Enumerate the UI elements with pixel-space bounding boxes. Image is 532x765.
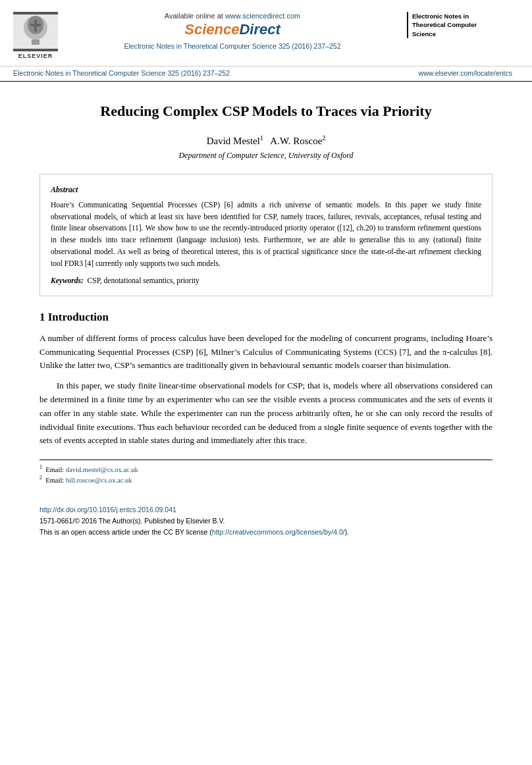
footnotes: 1 Email: david.mestel@cs.ox.ac.uk 2 Emai…	[40, 460, 492, 483]
keywords-row: Keywords: CSP, denotational semantics, p…	[51, 275, 481, 286]
footnote1-number: 1	[40, 464, 42, 470]
sciencedirect-url[interactable]: www.sciencedirect.com	[225, 12, 300, 20]
svg-rect-1	[32, 40, 40, 45]
abstract-box: Abstract Hoare’s Communicating Sequentia…	[40, 174, 492, 296]
footer-doi: http://dx.doi.org/10.1016/j.entcs.2016.0…	[40, 504, 492, 515]
footnote2-number: 2	[40, 475, 42, 481]
section1-heading: 1 Introduction	[40, 311, 492, 324]
header-right: Electronic Notes in Theoretical Computer…	[407, 12, 512, 38]
journal-issue-reference[interactable]: Electronic Notes in Theoretical Computer…	[13, 69, 230, 77]
main-content: Reducing Complex CSP Models to Traces vi…	[0, 82, 532, 498]
footer-copyright: 1571-0661/© 2016 The Author(s). Publishe…	[40, 515, 492, 527]
svg-rect-5	[30, 24, 41, 26]
journal-issue-link: Electronic Notes in Theoretical Computer…	[65, 41, 400, 51]
keywords-label: Keywords:	[51, 277, 84, 284]
paragraph1: A number of different forms of process c…	[40, 332, 492, 373]
elsevier-tree-icon	[13, 14, 58, 49]
license-url-link[interactable]: http://creativecommons.org/licenses/by/4…	[212, 528, 345, 536]
header-bottom-row: Electronic Notes in Theoretical Computer…	[0, 66, 532, 82]
keywords-values: CSP, denotational semantics, priority	[88, 277, 200, 284]
footer-license: This is an open access article under the…	[40, 527, 492, 538]
journal-homepage-url[interactable]: www.elsevier.com/locate/entcs	[419, 69, 512, 77]
available-online-text: Available online at www.sciencedirect.co…	[65, 12, 400, 20]
header: ELSEVIER Available online at www.science…	[0, 0, 532, 66]
elsevier-brand-name: ELSEVIER	[13, 53, 58, 59]
abstract-text: Hoare’s Communicating Sequential Process…	[51, 199, 481, 270]
author1-superscript: 1	[260, 134, 263, 142]
authors: David Mestel1 A.W. Roscoe2	[40, 134, 492, 147]
sciencedirect-logo: ScienceDirect	[65, 21, 400, 38]
author2-superscript: 2	[322, 134, 325, 142]
affiliation: Department of Computer Science, Universi…	[40, 151, 492, 161]
header-center: Available online at www.sciencedirect.co…	[65, 12, 400, 51]
journal-link[interactable]: Electronic Notes in Theoretical Computer…	[124, 42, 341, 50]
abstract-label: Abstract	[51, 184, 481, 196]
journal-title-box: Electronic Notes in Theoretical Computer…	[407, 12, 512, 38]
page: ELSEVIER Available online at www.science…	[0, 0, 532, 765]
elsevier-logo-image	[13, 12, 58, 51]
footnote1-email-link[interactable]: david.mestel@cs.ox.ac.uk	[66, 466, 138, 473]
footnote-2: 2 Email: bill.roscoe@cs.ox.ac.uk	[40, 475, 492, 484]
doi-link[interactable]: http://dx.doi.org/10.1016/j.entcs.2016.0…	[40, 506, 176, 514]
footnote2-email-link[interactable]: bill.roscoe@cs.ox.ac.uk	[66, 476, 132, 483]
footnote-1: 1 Email: david.mestel@cs.ox.ac.uk	[40, 464, 492, 473]
paragraph2: In this paper, we study finite linear-ti…	[40, 379, 492, 448]
paper-title: Reducing Complex CSP Models to Traces vi…	[40, 101, 492, 121]
footer: http://dx.doi.org/10.1016/j.entcs.2016.0…	[0, 498, 532, 544]
elsevier-logo: ELSEVIER	[13, 12, 58, 59]
